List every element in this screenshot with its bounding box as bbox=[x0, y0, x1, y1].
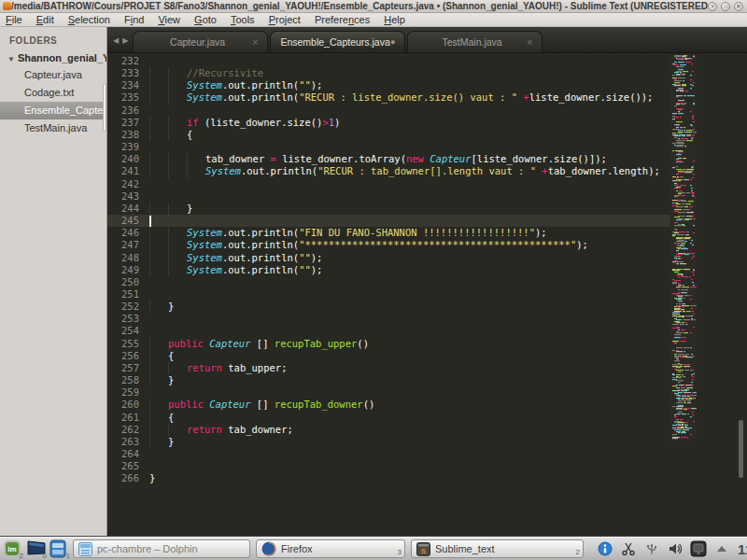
line-number: 237 bbox=[107, 117, 146, 129]
code-text bbox=[146, 105, 149, 117]
indent-guide bbox=[149, 301, 168, 313]
code-line-256[interactable]: 256{ bbox=[107, 350, 670, 362]
code-line-249[interactable]: 249System.out.println(""); bbox=[107, 264, 670, 276]
code-line-238[interactable]: 238{ bbox=[107, 129, 670, 141]
menu-bar: FileEditSelectionFindViewGotoToolsProjec… bbox=[0, 13, 747, 27]
code-line-261[interactable]: 261{ bbox=[107, 412, 670, 424]
window-titlebar[interactable]: /media/BATHROW/Cours/PROJET S8/Fano3/Sha… bbox=[0, 0, 747, 13]
close-button[interactable]: ✕ bbox=[734, 2, 743, 11]
code-line-241[interactable]: 241System.out.println("RECUR : tab_downe… bbox=[107, 165, 670, 177]
modified-dot-icon[interactable]: ● bbox=[390, 37, 395, 47]
menu-find[interactable]: Find bbox=[124, 14, 144, 25]
code-line-265[interactable]: 265 bbox=[107, 460, 670, 472]
code-line-235[interactable]: 235System.out.println("RECUR : liste_dow… bbox=[107, 91, 670, 104]
sidebar-item-capteur-java[interactable]: Capteur.java bbox=[0, 66, 106, 84]
code-line-244[interactable]: 244} bbox=[107, 203, 670, 215]
tab-ensemble-capteurs-java[interactable]: Ensemble_Capteurs.java● bbox=[270, 31, 405, 52]
menu-goto[interactable]: Goto bbox=[194, 14, 217, 25]
menu-edit[interactable]: Edit bbox=[36, 14, 54, 25]
menu-selection[interactable]: Selection bbox=[68, 14, 110, 25]
indent-guide bbox=[149, 153, 168, 165]
tab-testmain-java[interactable]: TestMain.java× bbox=[407, 31, 543, 52]
window-buttons: ˅○✕ bbox=[708, 2, 747, 11]
minimize-button[interactable]: ˅ bbox=[708, 2, 717, 11]
code-line-254[interactable]: 254 bbox=[107, 325, 670, 337]
code-line-232[interactable]: 232 bbox=[107, 55, 670, 67]
code-line-247[interactable]: 247System.out.println("*****************… bbox=[107, 239, 670, 251]
code-line-240[interactable]: 240tab_downer = liste_downer.toArray(new… bbox=[107, 153, 670, 165]
code-line-263[interactable]: 263} bbox=[107, 436, 670, 448]
tab-close-icon[interactable]: × bbox=[527, 36, 532, 48]
indent-guide bbox=[149, 67, 168, 79]
menu-view[interactable]: View bbox=[158, 14, 180, 25]
line-number: 258 bbox=[107, 374, 146, 386]
maximize-button[interactable]: ○ bbox=[721, 2, 730, 11]
code-line-237[interactable]: 237if (liste_downer.size()>1) bbox=[107, 117, 670, 129]
code-line-233[interactable]: 233//Recursivite bbox=[107, 67, 670, 79]
taskbar-button-sublime-text[interactable]: SSublime_text2 bbox=[411, 539, 584, 558]
code-line-255[interactable]: 255public Capteur [] recupTab_upper() bbox=[107, 338, 670, 350]
code-line-258[interactable]: 258} bbox=[107, 374, 670, 386]
menu-tools[interactable]: Tools bbox=[231, 14, 255, 25]
code-line-248[interactable]: 248System.out.println(""); bbox=[107, 252, 670, 264]
code-line-253[interactable]: 253 bbox=[107, 313, 670, 325]
clock[interactable]: 11:27 bbox=[738, 541, 747, 557]
sidebar-item-testmain-java[interactable]: TestMain.java bbox=[0, 119, 106, 137]
indent-guide bbox=[168, 91, 187, 104]
sidebar-root-folder[interactable]: ▼Shannon_genial_YAOUH bbox=[0, 49, 106, 66]
tab-close-icon[interactable]: × bbox=[252, 36, 258, 48]
code-line-243[interactable]: 243 bbox=[107, 190, 670, 203]
code-line-257[interactable]: 257return tab_upper; bbox=[107, 362, 670, 374]
code-text: System.out.println("FIN DU FANO-SHANNON … bbox=[146, 227, 547, 239]
menu-help[interactable]: Help bbox=[384, 14, 405, 25]
indent-guide bbox=[187, 153, 205, 165]
code-line-266[interactable]: 266} bbox=[107, 472, 670, 484]
editor-pane[interactable]: 232233//Recursivite234System.out.println… bbox=[107, 53, 747, 537]
tab-scroll-right-icon[interactable]: ▶ bbox=[122, 36, 128, 45]
code-area[interactable]: 232233//Recursivite234System.out.println… bbox=[107, 55, 670, 484]
code-line-239[interactable]: 239 bbox=[107, 141, 670, 153]
code-line-259[interactable]: 259 bbox=[107, 386, 670, 399]
code-text: { bbox=[146, 129, 192, 141]
pager-icon[interactable]: 1 bbox=[49, 539, 70, 559]
update-notifier-icon[interactable] bbox=[597, 540, 613, 557]
tab-capteur-java[interactable]: Capteur.java× bbox=[133, 31, 268, 52]
menu-preferences[interactable]: Preferences bbox=[315, 14, 370, 25]
editor-scrollbar[interactable] bbox=[739, 420, 743, 478]
menu-project[interactable]: Project bbox=[269, 14, 301, 25]
code-line-245[interactable]: 245 bbox=[107, 215, 670, 227]
taskbar-button-pc-chambre-dolphin[interactable]: pc-chambre – Dolphin bbox=[73, 539, 250, 558]
side-bar: FOLDERS ▼Shannon_genial_YAOUH Capteur.ja… bbox=[0, 27, 107, 537]
volume-icon[interactable] bbox=[667, 540, 684, 557]
code-line-251[interactable]: 251 bbox=[107, 288, 670, 301]
minimap[interactable] bbox=[670, 55, 697, 441]
indent-guide bbox=[168, 153, 187, 165]
taskbar-button-firefox[interactable]: Firefox3 bbox=[256, 539, 405, 558]
code-line-250[interactable]: 250 bbox=[107, 276, 670, 288]
code-text: System.out.println(""); bbox=[146, 264, 322, 276]
code-text: } bbox=[146, 472, 155, 484]
app-menu-icon[interactable]: lm2 bbox=[3, 539, 23, 559]
code-line-234[interactable]: 234System.out.println(""); bbox=[107, 79, 670, 91]
code-line-242[interactable]: 242 bbox=[107, 178, 670, 190]
show-desktop-icon[interactable]: 0 bbox=[26, 539, 47, 559]
sidebar-item-ensemble-capteurs[interactable]: Ensemble_Capteurs bbox=[0, 102, 106, 119]
usb-device-icon[interactable] bbox=[643, 540, 660, 557]
line-number: 245 bbox=[107, 215, 146, 227]
code-line-236[interactable]: 236 bbox=[107, 105, 670, 117]
code-line-260[interactable]: 260public Capteur [] recupTab_downer() bbox=[107, 399, 670, 411]
tab-label: Ensemble_Capteurs.java bbox=[280, 36, 390, 48]
sidebar-scrollbar[interactable] bbox=[103, 83, 106, 132]
tab-scroll-left-icon[interactable]: ◀ bbox=[113, 36, 119, 45]
code-text bbox=[146, 178, 149, 190]
code-line-252[interactable]: 252} bbox=[107, 301, 670, 313]
code-line-262[interactable]: 262return tab_downer; bbox=[107, 424, 670, 436]
device-notifier-icon[interactable] bbox=[690, 540, 707, 557]
clipboard-scissors-icon[interactable] bbox=[620, 540, 637, 557]
code-line-264[interactable]: 264 bbox=[107, 448, 670, 460]
code-line-246[interactable]: 246System.out.println("FIN DU FANO-SHANN… bbox=[107, 227, 670, 239]
line-number: 240 bbox=[107, 153, 146, 165]
panel-expander-icon[interactable] bbox=[713, 540, 730, 557]
menu-file[interactable]: File bbox=[6, 14, 22, 25]
sidebar-item-codage-txt[interactable]: Codage.txt bbox=[0, 84, 106, 102]
